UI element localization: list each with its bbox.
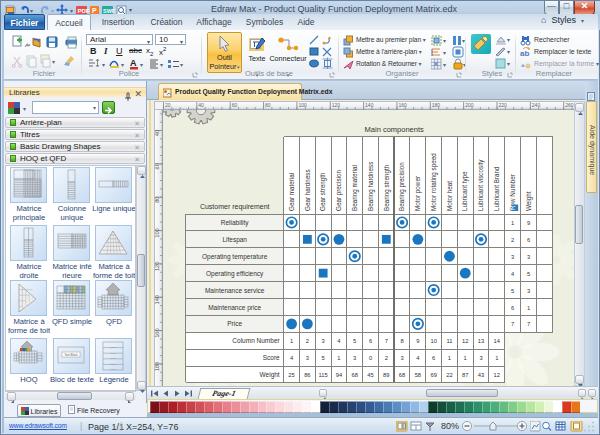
svg-text:220: 220	[499, 102, 508, 108]
svg-text:6: 6	[511, 305, 514, 311]
svg-text:94: 94	[336, 372, 343, 378]
svg-text:▾: ▾	[140, 62, 143, 68]
svg-text:120: 120	[332, 102, 341, 108]
svg-text:60: 60	[232, 102, 238, 108]
svg-text:6: 6	[369, 338, 372, 344]
svg-text:7: 7	[385, 338, 388, 344]
svg-text:P: P	[92, 7, 97, 14]
svg-text:10: 10	[430, 338, 436, 344]
svg-text:Price: Price	[227, 320, 242, 327]
svg-text:6: 6	[527, 237, 530, 243]
svg-text:160: 160	[398, 102, 407, 108]
svg-text:▾: ▾	[102, 62, 105, 68]
svg-text:▾: ▾	[443, 50, 446, 56]
svg-text:11: 11	[446, 338, 452, 344]
svg-text:7: 7	[527, 321, 530, 327]
svg-text:25: 25	[288, 372, 294, 378]
svg-text:180: 180	[432, 102, 441, 108]
svg-text:R: R	[509, 205, 516, 210]
svg-text:2: 2	[306, 338, 309, 344]
svg-text:Column Number: Column Number	[232, 337, 280, 344]
svg-text:Gear hardness: Gear hardness	[304, 169, 311, 211]
svg-text:3: 3	[479, 355, 482, 361]
svg-text:7: 7	[511, 321, 514, 327]
svg-text:Reliability: Reliability	[221, 219, 250, 227]
svg-text:1: 1	[448, 355, 451, 361]
svg-text:——: ——	[110, 362, 116, 366]
svg-text:180: 180	[155, 362, 160, 371]
svg-text:3: 3	[353, 355, 356, 361]
svg-text:1: 1	[527, 305, 530, 311]
svg-text:Main components: Main components	[365, 125, 424, 134]
svg-text:120: 120	[155, 262, 160, 271]
svg-text:——: ——	[110, 356, 116, 360]
svg-text:12: 12	[494, 372, 500, 378]
svg-text:Weight: Weight	[260, 371, 280, 379]
svg-text:6: 6	[432, 355, 435, 361]
svg-text:0: 0	[369, 355, 372, 361]
svg-text:100: 100	[155, 228, 160, 237]
svg-text:5: 5	[322, 355, 325, 361]
svg-text:9: 9	[416, 338, 419, 344]
svg-text:Gear strength: Gear strength	[319, 172, 327, 211]
svg-text:▾: ▾	[52, 59, 55, 65]
svg-text:200: 200	[465, 102, 474, 108]
svg-text:Gear precision: Gear precision	[335, 170, 343, 211]
svg-text:▾: ▾	[507, 37, 510, 43]
svg-text:140: 140	[155, 295, 160, 304]
svg-text:80: 80	[265, 102, 271, 108]
svg-text:14: 14	[494, 338, 501, 344]
svg-text:▾: ▾	[121, 62, 124, 68]
svg-text:▾: ▾	[507, 61, 510, 67]
svg-text:1: 1	[464, 355, 467, 361]
svg-text:Motor power: Motor power	[414, 176, 422, 211]
svg-text:1: 1	[511, 220, 514, 226]
svg-text:Lubricant viscosity: Lubricant viscosity	[477, 159, 485, 211]
svg-text:Motor rotating speed: Motor rotating speed	[430, 153, 438, 211]
svg-text:68: 68	[399, 372, 405, 378]
svg-text:3: 3	[306, 355, 309, 361]
svg-text:▾: ▾	[160, 62, 163, 68]
svg-text:12: 12	[462, 338, 468, 344]
svg-text:Weight: Weight	[525, 191, 533, 211]
svg-text:▾: ▾	[23, 106, 26, 112]
svg-text:22: 22	[446, 372, 452, 378]
svg-text:Score: Score	[263, 354, 280, 361]
svg-text:240: 240	[532, 102, 541, 108]
svg-text:Bearing strength: Bearing strength	[383, 164, 391, 211]
svg-text:▾: ▾	[507, 49, 510, 55]
svg-text:140: 140	[365, 102, 374, 108]
svg-text:5: 5	[353, 338, 356, 344]
svg-text:Text Block: Text Block	[64, 353, 78, 357]
svg-text:100: 100	[298, 102, 307, 108]
svg-text:Bearing hardness: Bearing hardness	[367, 162, 375, 211]
svg-text:3: 3	[400, 355, 403, 361]
svg-text:A: A	[130, 58, 137, 68]
svg-text:Gear material: Gear material	[288, 173, 295, 211]
svg-text:▾: ▾	[443, 38, 446, 44]
svg-text:Customer requirement: Customer requirement	[200, 203, 270, 211]
svg-text:Operating temperature: Operating temperature	[202, 253, 268, 261]
svg-text:87: 87	[462, 372, 468, 378]
svg-text:60: 60	[155, 163, 160, 169]
svg-text:3: 3	[527, 288, 530, 294]
svg-text:1: 1	[337, 355, 340, 361]
svg-text:3: 3	[527, 254, 530, 260]
svg-text:——: ——	[110, 367, 116, 371]
svg-text:40: 40	[155, 130, 160, 136]
svg-text:40: 40	[198, 102, 204, 108]
svg-text:——: ——	[110, 351, 116, 355]
svg-text:20: 20	[165, 102, 171, 108]
svg-text:160: 160	[155, 328, 160, 337]
svg-text:SWF: SWF	[103, 8, 116, 14]
svg-text:86: 86	[304, 372, 310, 378]
svg-text:80: 80	[155, 197, 160, 203]
svg-text:8: 8	[400, 338, 403, 344]
svg-text:1: 1	[495, 355, 498, 361]
svg-text:Bearing precision: Bearing precision	[398, 162, 406, 211]
svg-text:2: 2	[511, 237, 514, 243]
svg-text:45: 45	[367, 372, 373, 378]
svg-text:▾: ▾	[443, 62, 446, 68]
svg-text:2: 2	[385, 355, 388, 361]
svg-text:Maintenance price: Maintenance price	[208, 304, 261, 312]
